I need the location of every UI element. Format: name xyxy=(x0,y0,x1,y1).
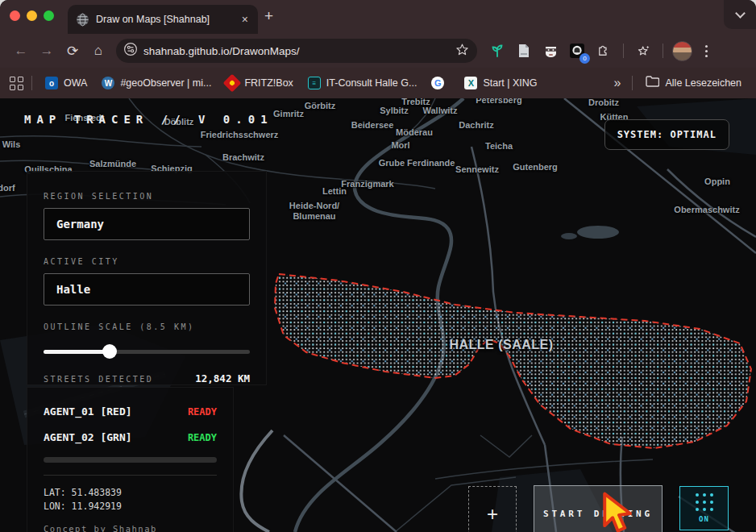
town-label: Wallwitz xyxy=(423,106,458,116)
ext-ghost-icon[interactable]: 0 xyxy=(567,40,588,61)
outline-scale-slider[interactable] xyxy=(44,344,250,359)
ext-document-icon[interactable] xyxy=(513,40,534,61)
extensions-puzzle-icon[interactable] xyxy=(593,40,614,61)
town-label: Möderau xyxy=(396,127,433,138)
scale-label: OUTLINE SCALE (8.5 KM) xyxy=(44,322,250,331)
traffic-light-minimize-button[interactable] xyxy=(27,10,37,21)
slider-thumb[interactable] xyxy=(102,344,117,359)
agent-row: AGENT_02 [GRN] READY xyxy=(44,431,217,443)
progress-bar xyxy=(44,457,217,463)
town-label: Gutenberg xyxy=(513,162,558,172)
google-icon: G xyxy=(431,77,444,89)
menu-kebab-icon[interactable] xyxy=(698,45,714,57)
town-label: Obermaschwitz xyxy=(674,205,739,215)
titlebar: Draw on Maps [Shahnab] × + xyxy=(0,0,756,34)
bookmark-fritzbox[interactable]: FRITZ!Box xyxy=(221,73,297,93)
longitude-readout: LON: 11.942919 xyxy=(44,500,217,513)
town-label: Friedrichsschwerz xyxy=(201,130,279,140)
town-label: Gimritz xyxy=(273,109,304,119)
agent-name: AGENT_01 [RED] xyxy=(44,405,132,418)
new-tab-button[interactable]: + xyxy=(264,8,273,24)
bookmark-xing[interactable]: X Start | XING xyxy=(459,73,542,93)
xing-icon: X xyxy=(464,77,477,89)
town-label: Morl xyxy=(391,140,409,151)
bookmark-star-icon[interactable] xyxy=(455,43,469,60)
wordpress-icon: W xyxy=(102,77,114,89)
region-input[interactable]: Germany xyxy=(44,208,250,240)
back-button[interactable]: ← xyxy=(8,38,34,64)
add-button[interactable]: + xyxy=(468,486,517,532)
town-label: Dachritz xyxy=(459,120,493,131)
ext-privacy-mask-icon[interactable] xyxy=(540,40,561,61)
url-text[interactable]: shahnab.github.io/DrawonMaps/ xyxy=(143,45,449,57)
grid-dots-icon xyxy=(696,493,713,511)
owa-icon: o xyxy=(45,77,58,89)
town-label: Drobitz xyxy=(588,98,619,107)
address-bar[interactable]: shahnab.github.io/DrawonMaps/ xyxy=(116,39,477,63)
town-label: dorf xyxy=(0,183,15,193)
toolbar-divider xyxy=(663,44,663,58)
city-input[interactable]: Halle xyxy=(44,273,250,305)
reload-button[interactable]: ⟳ xyxy=(60,38,85,64)
agent-row: AGENT_01 [RED] READY xyxy=(44,405,217,418)
slider-fill xyxy=(44,350,110,354)
agent-status-badge: READY xyxy=(188,406,217,418)
bookmark-it-consult[interactable]: ≡ IT-Consult Halle G... xyxy=(303,73,422,93)
grid-state-label: ON xyxy=(699,515,709,523)
bookmarks-divider xyxy=(632,76,633,90)
city-label: HALLE (SAALE) xyxy=(449,338,553,352)
side-panel-star-icon[interactable] xyxy=(633,40,654,61)
bookmark-geoobserver[interactable]: W #geoObserver | mi... xyxy=(97,73,216,93)
town-label: Wils xyxy=(2,139,21,150)
bookmarks-overflow-button[interactable]: » xyxy=(609,76,625,90)
traffic-light-zoom-button[interactable] xyxy=(44,10,54,21)
traffic-lights xyxy=(10,10,54,21)
page-title: MAP TRACER // V 0.01 xyxy=(24,113,273,126)
agents-panel: AGENT_01 [RED] READY AGENT_02 [GRN] READ… xyxy=(27,387,234,532)
svg-text:0: 0 xyxy=(583,55,587,62)
grid-toggle-button[interactable]: ON xyxy=(679,486,729,530)
agent-name: AGENT_02 [GRN] xyxy=(44,431,132,443)
town-label: Grube Ferdinande xyxy=(379,158,455,168)
town-label: Beidersee xyxy=(351,120,394,131)
toolbar-divider xyxy=(623,44,624,58)
map-canvas[interactable]: WilsFienstedtDöblitzFriedrichsschwerzGim… xyxy=(0,98,756,532)
town-label: Oppin xyxy=(704,177,730,187)
ext-leaf-icon[interactable] xyxy=(487,40,508,61)
controls-panel: REGION SELECTION Germany ACTIVE CITY Hal… xyxy=(27,171,267,385)
streets-value: 12,842 KM xyxy=(195,372,250,384)
chevron-down-icon xyxy=(735,8,746,19)
tab-search-button[interactable] xyxy=(724,0,756,29)
town-label: Sylbitz xyxy=(380,106,408,116)
town-label: Sennewitz xyxy=(455,164,499,175)
tab-title: Draw on Maps [Shahnab] xyxy=(96,14,234,25)
it-consult-icon: ≡ xyxy=(308,77,321,89)
apps-grid-icon[interactable] xyxy=(10,77,23,90)
city-label-field: ACTIVE CITY xyxy=(44,257,250,266)
extension-badge: 0 xyxy=(579,53,590,64)
browser-tab[interactable]: Draw on Maps [Shahnab] × xyxy=(68,5,258,34)
town-label: Salzmünde xyxy=(89,159,136,169)
system-status-badge: SYSTEM: OPTIMAL xyxy=(604,119,729,150)
home-button[interactable]: ⌂ xyxy=(85,38,111,64)
all-bookmarks-button[interactable]: Alle Lesezeichen xyxy=(641,73,746,94)
traffic-light-close-button[interactable] xyxy=(10,10,20,21)
fritzbox-icon xyxy=(223,74,242,93)
extension-icons: 0 xyxy=(487,40,714,61)
bookmark-owa[interactable]: o OWA xyxy=(40,73,92,93)
start-drawing-button[interactable]: START DRAWING xyxy=(534,485,663,532)
bookmark-google[interactable]: G xyxy=(426,73,455,93)
folder-icon xyxy=(646,76,659,90)
streets-label: STREETS DETECTED xyxy=(44,375,153,384)
town-label: Lettin xyxy=(322,186,347,197)
globe-favicon-icon xyxy=(76,13,89,27)
site-info-icon[interactable] xyxy=(124,43,137,59)
town-label: Görbitz xyxy=(305,101,336,111)
latitude-readout: LAT: 51.483839 xyxy=(44,486,217,500)
tab-close-icon[interactable]: × xyxy=(240,13,250,26)
town-label: Heide-Nord/ Blumenau xyxy=(289,201,339,221)
profile-avatar[interactable] xyxy=(672,41,692,61)
agent-status-badge: READY xyxy=(188,432,217,443)
credit-text: Concept by Shahnab xyxy=(44,524,217,532)
forward-button[interactable]: → xyxy=(34,38,60,64)
